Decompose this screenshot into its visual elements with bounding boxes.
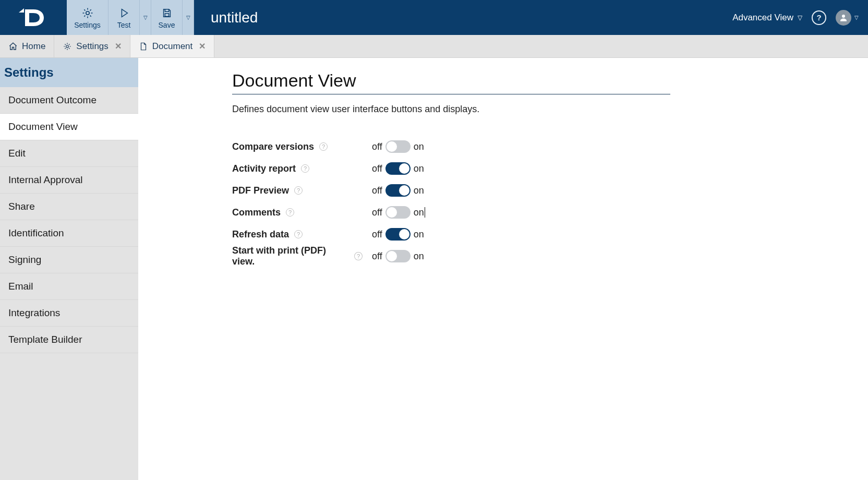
toolbar-test-dropdown[interactable]: ▽ [140, 0, 151, 35]
gear-icon [63, 42, 72, 51]
toggle-switch[interactable] [385, 228, 411, 241]
on-label: on [414, 251, 424, 262]
help-icon[interactable]: ? [354, 252, 363, 260]
tab-home[interactable]: Home [0, 35, 54, 57]
setting-label-text: Activity report [232, 163, 296, 174]
setting-control: offon [363, 184, 424, 197]
user-menu-dropdown[interactable]: ▽ [854, 15, 859, 20]
play-icon [118, 6, 130, 20]
setting-control: offon [363, 228, 424, 241]
toggle-switch[interactable] [385, 140, 411, 153]
off-label: off [372, 163, 382, 174]
setting-label: PDF Preview? [232, 185, 363, 196]
toggle-switch[interactable] [385, 250, 411, 262]
setting-label-text: Refresh data [232, 229, 289, 240]
sidebar-item-document-outcome[interactable]: Document Outcome [0, 87, 138, 114]
off-label: off [372, 207, 382, 218]
on-label: on [414, 207, 424, 218]
view-mode-toggle[interactable]: Advanced View ▽ [732, 13, 802, 23]
sidebar-item-integrations[interactable]: Integrations [0, 300, 138, 327]
toggle-switch[interactable] [385, 162, 411, 175]
svg-point-3 [66, 45, 69, 47]
chevron-down-icon: ▽ [798, 14, 802, 21]
sidebar-item-email[interactable]: Email [0, 273, 138, 300]
sidebar-header: Settings [0, 58, 138, 87]
setting-label-text: PDF Preview [232, 185, 289, 196]
topbar-right: Advanced View ▽ ? ▽ [732, 0, 868, 35]
toggle-knob [399, 185, 409, 196]
setting-label-text: Comments [232, 207, 281, 218]
setting-row: PDF Preview?offon [232, 179, 670, 201]
sidebar-item-signing[interactable]: Signing [0, 247, 138, 273]
sidebar: Settings Document OutcomeDocument ViewEd… [0, 58, 138, 480]
document-title: untitled [194, 0, 732, 35]
tab-settings-close[interactable]: ✕ [115, 41, 122, 51]
setting-control: offon [363, 250, 424, 262]
off-label: off [372, 141, 382, 152]
view-mode-label: Advanced View [732, 13, 793, 23]
off-label: off [372, 251, 382, 262]
app-logo [0, 0, 67, 35]
on-label: on [414, 185, 424, 196]
body: Settings Document OutcomeDocument ViewEd… [0, 58, 868, 480]
setting-label: Compare versions? [232, 141, 363, 152]
toggle-switch[interactable] [385, 206, 411, 219]
tab-settings[interactable]: Settings ✕ [54, 35, 130, 57]
help-icon: ? [816, 13, 821, 22]
page-title: Document View [232, 70, 670, 94]
sidebar-item-template-builder[interactable]: Template Builder [0, 327, 138, 353]
toolbar-save-button[interactable]: Save [151, 0, 183, 35]
sidebar-item-edit[interactable]: Edit [0, 140, 138, 167]
off-label: off [372, 229, 382, 240]
tab-document-close[interactable]: ✕ [199, 41, 206, 51]
setting-control: offon [363, 206, 424, 219]
setting-label-text: Compare versions [232, 141, 314, 152]
setting-row: Refresh data?offon [232, 223, 670, 245]
help-icon[interactable]: ? [286, 208, 294, 217]
text-cursor [425, 207, 425, 218]
sidebar-item-share[interactable]: Share [0, 194, 138, 220]
tab-document[interactable]: Document ✕ [130, 35, 214, 57]
help-icon[interactable]: ? [294, 230, 303, 238]
toolbar-group: Settings Test ▽ [67, 0, 194, 35]
user-avatar[interactable] [836, 10, 851, 26]
svg-rect-1 [165, 13, 168, 16]
toggle-switch[interactable] [385, 184, 411, 197]
toolbar-save-split: Save ▽ [151, 0, 194, 35]
save-icon [161, 6, 173, 20]
tab-strip: Home Settings ✕ Document ✕ [0, 35, 868, 58]
toolbar-settings-button[interactable]: Settings [67, 0, 108, 35]
on-label: on [414, 229, 424, 240]
toolbar-test-split: Test ▽ [108, 0, 151, 35]
setting-control: offon [363, 140, 424, 153]
setting-label: Start with print (PDF) view.? [232, 245, 363, 267]
help-icon[interactable]: ? [301, 164, 309, 173]
help-icon[interactable]: ? [319, 142, 328, 151]
setting-row: Start with print (PDF) view.?offon [232, 245, 670, 267]
sidebar-item-identification[interactable]: Identification [0, 220, 138, 247]
toolbar-save-dropdown[interactable]: ▽ [183, 0, 194, 35]
setting-label: Activity report? [232, 163, 363, 174]
gear-icon [81, 6, 94, 20]
on-label: on [414, 163, 424, 174]
chevron-down-icon: ▽ [143, 15, 148, 20]
setting-row: Compare versions?offon [232, 136, 670, 158]
sidebar-item-internal-approval[interactable]: Internal Approval [0, 167, 138, 194]
setting-label-text: Start with print (PDF) view. [232, 245, 349, 267]
toolbar-test-label: Test [117, 21, 131, 29]
help-icon[interactable]: ? [294, 186, 303, 195]
setting-control: offon [363, 162, 424, 175]
home-icon [8, 42, 18, 51]
svg-point-0 [86, 11, 89, 14]
toggle-knob [399, 229, 409, 239]
sidebar-item-document-view[interactable]: Document View [0, 114, 138, 140]
toolbar-test-button[interactable]: Test [108, 0, 140, 35]
setting-label: Refresh data? [232, 229, 363, 240]
off-label: off [372, 185, 382, 196]
tab-settings-label: Settings [76, 41, 108, 52]
logo-icon [18, 6, 49, 29]
toggle-knob [387, 141, 397, 152]
setting-label: Comments? [232, 207, 363, 218]
help-button[interactable]: ? [812, 10, 826, 25]
toggle-knob [387, 207, 397, 218]
